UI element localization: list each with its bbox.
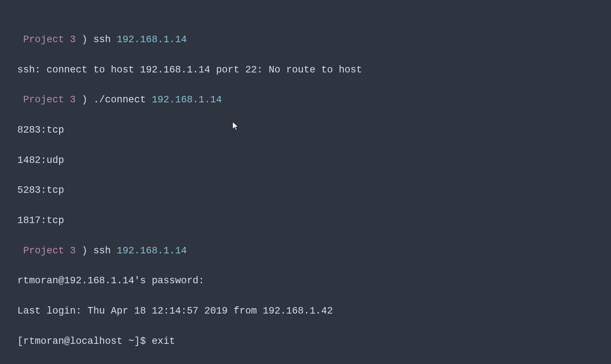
terminal-output-line: 8283:tcp xyxy=(17,123,594,138)
terminal-output-line: rtmoran@192.168.1.14's password: xyxy=(17,274,594,289)
ip-argument: 192.168.1.14 xyxy=(117,245,186,256)
command-text: ssh xyxy=(93,245,111,256)
terminal-output[interactable]: Project 3 ) ssh 192.168.1.14 ssh: connec… xyxy=(17,17,594,364)
prompt-directory: Project 3 xyxy=(23,34,76,45)
terminal-output-line: 5283:tcp xyxy=(17,183,594,198)
terminal-output-line: Last login: Thu Apr 18 12:14:57 2019 fro… xyxy=(17,304,594,319)
ip-argument: 192.168.1.14 xyxy=(152,94,222,105)
terminal-line: Project 3 ) ssh 192.168.1.14 xyxy=(17,244,594,259)
terminal-output-line: ssh: connect to host 192.168.1.14 port 2… xyxy=(17,63,594,78)
terminal-output-line: [rtmoran@localhost ~]$ exit xyxy=(17,334,594,349)
prompt-separator: ) xyxy=(82,94,87,105)
terminal-line: Project 3 ) ssh 192.168.1.14 xyxy=(17,32,594,48)
prompt-directory: Project 3 xyxy=(23,94,76,105)
command-text: ./connect xyxy=(93,94,146,105)
ip-argument: 192.168.1.14 xyxy=(117,34,186,45)
terminal-output-line: 1817:tcp xyxy=(17,213,594,228)
terminal-output-line: 1482:udp xyxy=(17,153,594,168)
prompt-separator: ) xyxy=(82,245,87,256)
prompt-directory: Project 3 xyxy=(23,245,76,256)
prompt-separator: ) xyxy=(82,34,87,45)
command-text: ssh xyxy=(93,34,111,45)
terminal-line: Project 3 ) ./connect 192.168.1.14 xyxy=(17,93,594,108)
